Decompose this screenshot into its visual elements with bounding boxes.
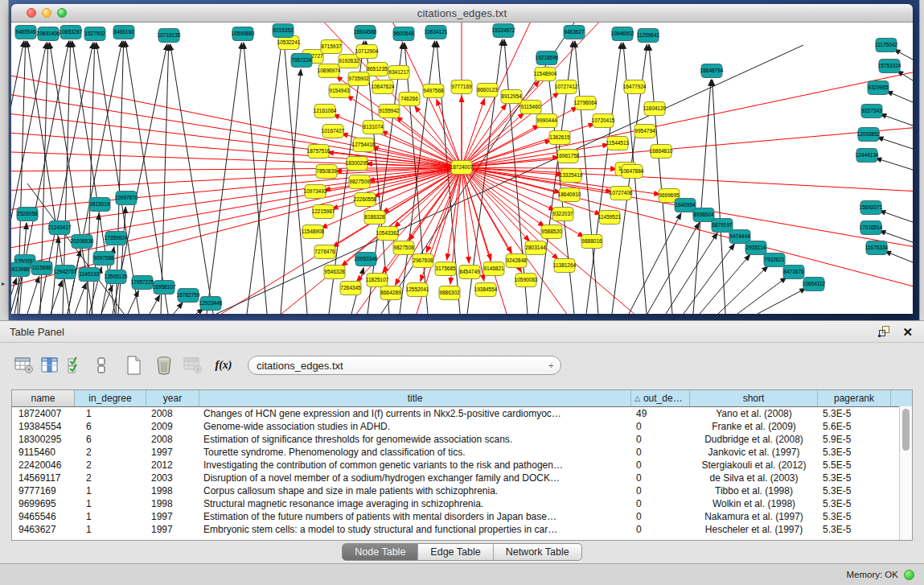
graph-node[interactable]: 9227343	[861, 105, 882, 118]
graph-node[interactable]: 9215352	[273, 24, 294, 38]
graph-node[interactable]: 12161064	[314, 105, 337, 118]
graph-node[interactable]: 8186328	[364, 211, 385, 225]
graph-node[interactable]: 11381264	[553, 259, 577, 273]
graph-node[interactable]: 9097588	[93, 252, 114, 266]
graph-node[interactable]: 746266	[399, 93, 420, 106]
graph-node[interactable]: 18724007	[450, 161, 474, 175]
graph-node[interactable]: 7957224	[291, 54, 312, 68]
graph-node[interactable]: 8664289	[380, 286, 401, 300]
graph-node[interactable]: 16864810	[650, 145, 673, 159]
zoom-button[interactable]	[57, 8, 67, 18]
graph-node[interactable]: 9242848	[506, 254, 527, 268]
graph-node[interactable]: 9588520	[541, 225, 562, 239]
graph-node[interactable]: 1527902	[84, 27, 105, 41]
graph-node[interactable]: 17016514	[860, 221, 883, 235]
minimize-button[interactable]	[42, 8, 51, 18]
graph-node[interactable]: 7264345	[340, 282, 361, 295]
graph-node[interactable]: 12942757	[54, 266, 77, 279]
graph-node[interactable]: 11459521	[598, 211, 622, 225]
graph-node[interactable]: 2526058	[17, 208, 38, 221]
tab-network-table[interactable]: Network Table	[494, 544, 581, 560]
column-header-out_degree[interactable]: △out_de…	[631, 390, 690, 406]
graph-node[interactable]: 12215987	[312, 205, 335, 219]
graph-node[interactable]: 12444134	[856, 149, 879, 163]
column-header-pagerank[interactable]: pagerank	[818, 390, 891, 406]
graph-node[interactable]: 3175685	[435, 262, 456, 276]
graph-node[interactable]: 9115460	[520, 101, 541, 114]
table-select-dropdown[interactable]: citations_edges.txt ÷	[248, 356, 561, 375]
close-panel-icon[interactable]: ✕	[902, 326, 913, 338]
graph-node[interactable]: 2967608	[413, 254, 433, 268]
row-height-button[interactable]	[88, 353, 114, 377]
graph-node[interactable]: 8466160	[113, 26, 134, 39]
graph-node[interactable]: 2803144	[525, 241, 546, 255]
new-document-button[interactable]	[121, 353, 146, 377]
graph-node[interactable]: 21243417	[48, 221, 72, 235]
graph-node[interactable]: 2935114	[745, 241, 766, 255]
graph-node[interactable]: 10543362	[376, 227, 400, 241]
tab-edge-table[interactable]: Edge Table	[418, 544, 493, 560]
graph-node[interactable]: 15692071	[860, 201, 883, 215]
graph-node[interactable]: 11548904	[534, 68, 557, 81]
graph-node[interactable]: 12923448	[199, 297, 223, 311]
graph-node[interactable]: 10946902	[611, 27, 634, 41]
table-vertical-scrollbar[interactable]	[899, 406, 912, 540]
graph-node[interactable]: 10590083	[515, 274, 538, 287]
graph-node[interactable]: 19384554	[474, 283, 498, 297]
graph-node[interactable]: 1145193	[79, 268, 100, 282]
graph-node[interactable]: 9322037	[552, 208, 573, 221]
graph-node[interactable]: 10532241	[277, 36, 301, 50]
graph-node[interactable]: 16958107	[153, 281, 176, 295]
graph-node[interactable]: 10647624	[372, 80, 395, 94]
graph-node[interactable]: 17359924	[105, 232, 128, 245]
graph-node[interactable]: 8938924	[693, 208, 714, 222]
graph-node[interactable]: 9463627	[564, 26, 585, 39]
graph-node[interactable]: 12754416	[352, 138, 376, 152]
graph-node[interactable]: 9815019	[89, 198, 110, 212]
delete-table-button-disabled[interactable]	[180, 353, 206, 377]
column-header-title[interactable]: title	[199, 390, 631, 406]
graph-node[interactable]: 9777169	[451, 80, 472, 94]
select-rows-button[interactable]	[63, 353, 88, 377]
column-header-short[interactable]: short	[690, 390, 818, 406]
graph-node[interactable]: 20691406	[37, 27, 60, 41]
network-window-titlebar[interactable]: citations_edges.txt	[11, 4, 913, 23]
graph-node[interactable]: 9827508	[393, 241, 414, 255]
graph-node[interactable]: 8131074	[363, 121, 384, 134]
graph-node[interactable]: 16504588	[354, 26, 377, 39]
scrollbar-thumb[interactable]	[902, 409, 910, 451]
float-panel-icon[interactable]	[877, 325, 891, 338]
graph-node[interactable]: 16648794	[700, 64, 724, 78]
graph-node[interactable]: 9155942	[379, 105, 400, 118]
graph-node[interactable]: 10654112	[803, 278, 826, 291]
graph-node[interactable]: 10712904	[355, 45, 379, 59]
graph-node[interactable]: 19218596	[536, 51, 559, 65]
table-row[interactable]: 1456911722003Disruption of a novel membe…	[12, 472, 912, 484]
table-row[interactable]: 1938455462009Genome-wide association stu…	[12, 420, 912, 433]
graph-node[interactable]: 9735902	[348, 72, 369, 86]
graph-node[interactable]: 9600548	[393, 27, 414, 41]
graph-node[interactable]: 10647884	[621, 165, 644, 179]
graph-node[interactable]: 10719135	[158, 29, 181, 43]
graph-node[interactable]: 1362615	[549, 131, 570, 145]
graph-node[interactable]: 17957225	[131, 276, 154, 290]
graph-node[interactable]: 15324572	[492, 24, 515, 38]
graph-node[interactable]: 1640954	[675, 199, 696, 212]
graph-node[interactable]: 10167427	[322, 125, 345, 138]
graph-node[interactable]: 9154943	[329, 84, 350, 98]
column-visibility-button[interactable]	[37, 353, 63, 377]
graph-node[interactable]: 18300295	[346, 157, 369, 171]
table-row[interactable]: 969969511998Structural magnetic resonanc…	[12, 497, 912, 510]
graph-node[interactable]: 9329965	[868, 81, 889, 95]
graph-node[interactable]: 8715937	[321, 40, 342, 54]
graph-node[interactable]: 6879197	[712, 219, 733, 233]
table-row[interactable]: 1830029562008Estimation of significance …	[12, 433, 912, 446]
graph-node[interactable]: 10590880	[232, 27, 255, 41]
graph-node[interactable]: 9827509	[349, 175, 370, 189]
graph-node[interactable]: 16782759	[177, 289, 200, 303]
column-header-in_degree[interactable]: in_degree	[75, 390, 146, 406]
table-row[interactable]: 2242004622012Investigating the contribut…	[12, 459, 912, 472]
graph-node[interactable]: 1115686	[31, 262, 52, 275]
graph-node[interactable]: 10720415	[592, 114, 615, 128]
collapse-panel-arrow-icon[interactable]: ▸	[2, 280, 5, 287]
